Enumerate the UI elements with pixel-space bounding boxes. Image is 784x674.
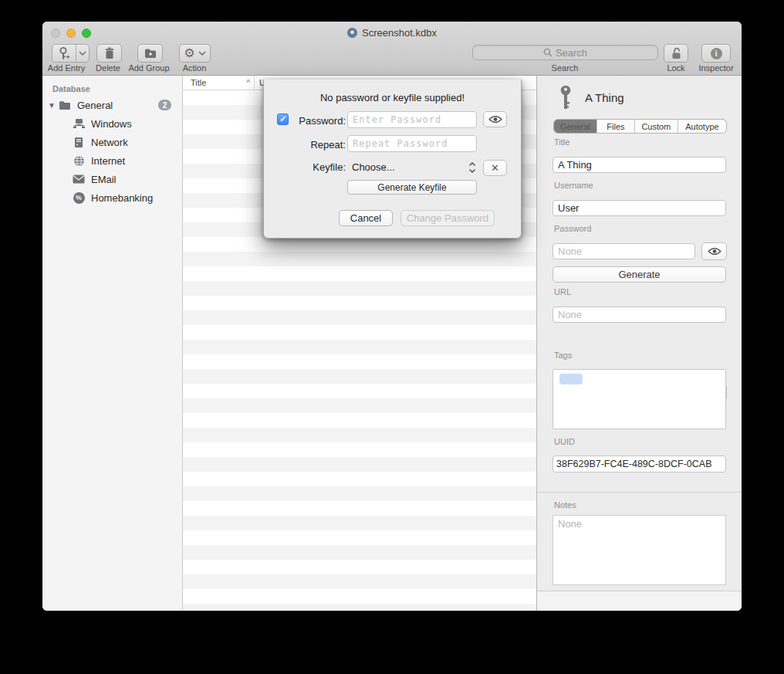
eye-icon [708, 247, 721, 256]
search-label: Search [519, 63, 611, 73]
window-title: Screenshot.kdbx [235, 27, 549, 39]
tab-autotype[interactable]: Autotype [678, 120, 726, 133]
add-group-button[interactable] [137, 44, 163, 63]
search-input[interactable]: Search [472, 45, 658, 60]
password-label: Password [554, 224, 591, 233]
reveal-password-button[interactable] [701, 242, 727, 260]
action-button[interactable]: ⚙ [179, 44, 211, 63]
clear-keyfile-button[interactable]: ✕ [483, 160, 507, 176]
percent-icon: % [72, 191, 86, 204]
title-field[interactable] [553, 157, 726, 173]
sheet-message: No password or keyfile supplied! [264, 92, 521, 103]
inspector-button[interactable]: i [701, 44, 731, 63]
disclosure-triangle-icon[interactable]: ▼ [46, 101, 58, 110]
enter-password-field[interactable] [347, 111, 477, 128]
server-icon [72, 136, 86, 148]
sidebar-item-homebanking[interactable]: % Homebanking [42, 188, 182, 207]
cancel-button[interactable]: Cancel [339, 210, 393, 226]
username-field[interactable] [553, 200, 726, 216]
sidebar-item-label: Network [91, 137, 128, 148]
sort-ascending-icon: ^ [246, 79, 250, 87]
envelope-icon [72, 173, 86, 185]
notes-label: Notes [554, 500, 576, 510]
delete-button[interactable] [96, 44, 122, 63]
delete-label: Delete [90, 63, 126, 73]
lock-button[interactable] [664, 44, 688, 63]
title-label: Title [554, 137, 569, 147]
tab-custom[interactable]: Custom [635, 120, 678, 133]
add-entry-button[interactable] [52, 44, 90, 63]
tags-label: Tags [554, 351, 572, 360]
sidebar-item-network[interactable]: Network [42, 133, 182, 151]
app-window: Screenshot.kdbx Add Entry Delete Add Gro… [42, 22, 742, 611]
popup-chevrons-icon[interactable] [468, 161, 477, 174]
globe-icon [72, 154, 86, 167]
add-entry-dropdown-arrow[interactable] [76, 45, 89, 62]
inspector-panel: A Thing General Files Custom Autotype Ti… [536, 76, 742, 611]
sidebar-item-internet[interactable]: Internet [42, 151, 182, 170]
sheet-repeat-label: Repeat: [287, 139, 346, 151]
gear-icon: ⚙ [184, 47, 194, 59]
reveal-password-button[interactable] [483, 111, 507, 127]
sidebar-item-label: Internet [91, 155, 125, 167]
sidebar-item-windows[interactable]: Windows [42, 114, 182, 133]
folder-icon [58, 99, 72, 111]
divider [537, 492, 742, 493]
clear-icon: ✕ [491, 162, 499, 174]
count-badge: 2 [158, 100, 171, 110]
tags-field[interactable] [553, 369, 726, 429]
key-plus-icon[interactable] [52, 45, 76, 62]
search-placeholder: Search [556, 47, 587, 59]
document-icon [347, 28, 357, 38]
change-password-sheet: No password or keyfile supplied! ✓ Passw… [263, 80, 522, 239]
window-title-text: Screenshot.kdbx [362, 27, 437, 39]
sidebar-item-label: EMail [91, 174, 117, 185]
keyfile-popup[interactable]: Choose... [352, 161, 395, 173]
generate-password-button[interactable]: Generate [553, 266, 726, 283]
uuid-field[interactable] [553, 456, 726, 472]
sidebar-section-header: Database [52, 84, 182, 93]
trash-icon [104, 47, 115, 59]
change-password-button[interactable]: Change Password [400, 210, 495, 226]
sidebar-item-general[interactable]: ▼ General 2 [42, 96, 182, 114]
folder-plus-icon [144, 48, 157, 59]
username-label: Username [554, 181, 593, 190]
sidebar: Database ▼ General 2 Windows Network [42, 76, 183, 611]
inspector-tabs: General Files Custom Autotype [553, 119, 727, 134]
tab-files[interactable]: Files [597, 120, 635, 133]
search-icon [543, 48, 553, 57]
entry-title: A Thing [585, 91, 624, 104]
repeat-password-field[interactable] [347, 135, 477, 152]
eye-icon [488, 115, 502, 124]
tab-general[interactable]: General [554, 120, 597, 133]
zoom-button[interactable] [82, 29, 91, 38]
toolbar: Screenshot.kdbx Add Entry Delete Add Gro… [42, 22, 742, 76]
column-header-title[interactable]: Title ^ [183, 76, 255, 90]
tag-token[interactable] [559, 374, 583, 384]
notes-field[interactable] [553, 515, 726, 585]
inspector-footer [537, 591, 742, 611]
add-group-label: Add Group [126, 63, 172, 73]
sidebar-item-label: Windows [91, 118, 132, 130]
minimize-button[interactable] [66, 29, 76, 38]
add-entry-label: Add Entry [42, 63, 90, 73]
action-dropdown-arrow [198, 51, 206, 56]
generate-keyfile-button[interactable]: Generate Keyfile [347, 180, 477, 195]
unlock-icon [671, 47, 682, 59]
password-field[interactable] [553, 243, 695, 259]
sheet-keyfile-label: Keyfile: [287, 161, 346, 173]
info-icon: i [711, 48, 722, 59]
close-button [51, 29, 60, 38]
uuid-label: UUID [554, 437, 575, 446]
inspector-label: Inspector [689, 63, 742, 73]
action-label: Action [174, 63, 215, 73]
sidebar-item-label: General [77, 100, 113, 111]
key-icon [558, 85, 573, 110]
sidebar-item-email[interactable]: EMail [42, 170, 182, 188]
url-field[interactable] [553, 307, 726, 323]
sidebar-item-label: Homebanking [91, 192, 153, 204]
check-icon: ✓ [279, 114, 286, 124]
url-label: URL [554, 287, 571, 296]
windows-network-icon [72, 117, 86, 130]
sheet-password-label: Password: [287, 115, 346, 127]
